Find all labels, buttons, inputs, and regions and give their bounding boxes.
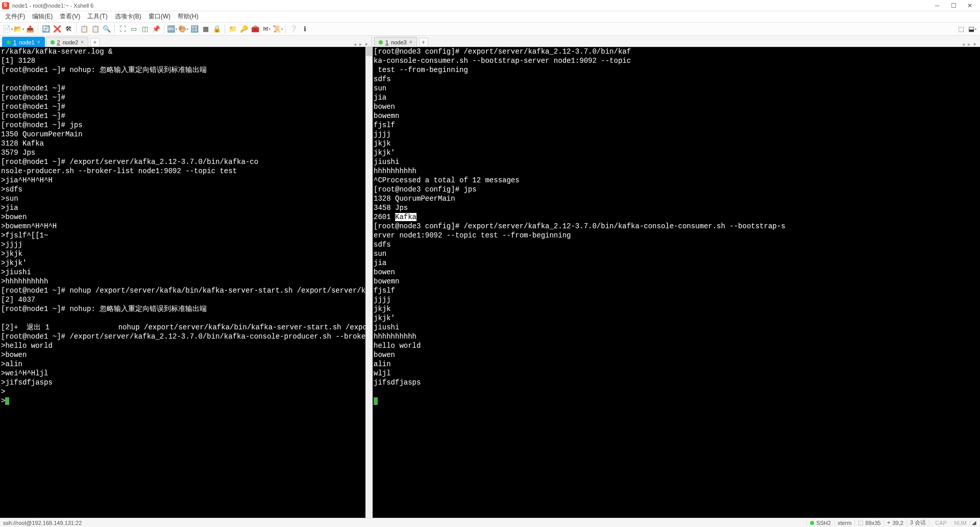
open-button[interactable]: 📂▾ (14, 25, 23, 34)
separator (38, 25, 38, 34)
tab-prev-button[interactable]: ◂ (353, 41, 357, 47)
cursor-icon (5, 397, 9, 405)
menu-tools[interactable]: 工具(T) (84, 11, 110, 22)
useragent-button[interactable]: 🧰 (251, 25, 260, 34)
tab-next-button[interactable]: ▸ (358, 41, 363, 47)
status-connection: ssh://root@192.168.149.131:22 (3, 520, 806, 526)
layout-h-button[interactable]: ⬚ (957, 25, 966, 34)
tab-node3[interactable]: 1 node3 × (374, 37, 417, 47)
menu-help[interactable]: 帮助(H) (175, 11, 202, 22)
resize-grip-icon[interactable]: ◢ (970, 519, 977, 526)
xftp-icon: 📁 (229, 25, 237, 33)
tab-close-icon[interactable]: × (81, 39, 84, 45)
terminal-left[interactable]: r/kafka/kafka-server.log & [1] 3128 [roo… (0, 47, 365, 518)
pin-icon: 📌 (152, 25, 160, 33)
find-button[interactable]: 🔍 (102, 25, 111, 34)
paste-button[interactable]: 📋 (91, 25, 100, 34)
terminal-output: r/kafka/kafka-server.log & [1] 3128 [roo… (1, 47, 365, 405)
font-button[interactable]: 🔤▾ (167, 25, 177, 34)
status-sessions: 3 会话 (906, 519, 929, 526)
menu-view[interactable]: 查看(V) (57, 11, 83, 22)
menu-window[interactable]: 窗口(W) (145, 11, 174, 22)
tabstrip-right: 1 node3 × + ◂ ▸ ▾ (372, 36, 980, 47)
tab-close-icon[interactable]: × (37, 39, 40, 45)
simpleview-icon: ▭ (131, 25, 137, 33)
fullscreen-icon: ⛶ (119, 25, 126, 33)
scrollbar[interactable] (365, 47, 373, 518)
close-button[interactable]: ✕ (962, 1, 978, 10)
hex-button[interactable]: ▦ (201, 25, 210, 34)
about-button[interactable]: ℹ (300, 25, 309, 34)
simpleview-button[interactable]: ▭ (129, 25, 138, 34)
ascii-button[interactable]: 🔡 (190, 25, 199, 34)
color-button[interactable]: 🎨▾ (179, 25, 188, 34)
reconnect-icon: 🔄 (42, 25, 50, 33)
properties-button[interactable]: 🛠 (64, 25, 73, 34)
help-button[interactable]: ❔ (289, 25, 298, 34)
status-dot-icon (7, 40, 11, 44)
transparent-icon: ◫ (142, 25, 148, 33)
lock-button[interactable]: 🔒 (212, 25, 222, 34)
font-icon: 🔤 (167, 25, 175, 33)
hex-icon: ▦ (203, 25, 209, 33)
terminal-output: [root@node3 config]# /export/server/kafk… (374, 47, 631, 221)
separator (285, 25, 286, 34)
transparent-button[interactable]: ◫ (140, 25, 150, 34)
tab-label: node1 (19, 39, 35, 45)
useragent-icon: 🧰 (251, 25, 259, 33)
paste-icon: 📋 (91, 25, 100, 33)
add-tab-button[interactable]: + (90, 38, 100, 47)
terminal-output: [root@node3 config]# /export/server/kafk… (374, 222, 786, 387)
open-icon: 📂 (14, 25, 22, 33)
scrollbar-thumb[interactable] (366, 47, 372, 56)
key-icon: 🔑 (240, 25, 248, 33)
titlebar: node1 - root@node1:~ - Xshell 6 ─ ☐ ✕ (0, 0, 980, 11)
disconnect-button[interactable]: ❌ (53, 25, 62, 34)
new-icon: 📄 (3, 25, 11, 33)
compose-button[interactable]: ✉▾ (262, 25, 271, 34)
copy-icon: 📋 (80, 25, 88, 33)
maximize-button[interactable]: ☐ (945, 1, 962, 10)
status-size: ⬚89x35 (854, 519, 884, 526)
fullscreen-button[interactable]: ⛶ (118, 25, 127, 34)
new-session-button[interactable]: 📄▾ (3, 25, 12, 34)
tab-list-button[interactable]: ▾ (972, 41, 977, 47)
menu-tab[interactable]: 选项卡(B) (112, 11, 144, 22)
tabstrip-row: 1 node1 × 2 node2 × + ◂ ▸ ▾ 1 node3 × + … (0, 36, 980, 47)
tab-close-icon[interactable]: × (409, 39, 412, 45)
copy-button[interactable]: 📋 (80, 25, 89, 34)
tab-node2[interactable]: 2 node2 × (46, 37, 89, 47)
script-button[interactable]: 📜▾ (273, 25, 282, 34)
app-logo-icon (2, 2, 9, 9)
separator (225, 25, 225, 34)
layout-v-button[interactable]: ⬓▾ (968, 25, 977, 34)
ascii-icon: 🔡 (190, 25, 199, 33)
minimize-button[interactable]: ─ (929, 1, 945, 10)
tab-list-button[interactable]: ▾ (364, 41, 369, 47)
tab-next-button[interactable]: ▸ (967, 41, 971, 47)
tab-label: node3 (391, 39, 407, 45)
highlighted-text: Kafka (395, 213, 416, 221)
menu-edit[interactable]: 编辑(E) (29, 11, 56, 22)
tab-node1[interactable]: 1 node1 × (2, 37, 45, 47)
help-icon: ❔ (289, 25, 298, 33)
tab-number: 1 (13, 39, 16, 45)
menu-file[interactable]: 文件(F) (2, 11, 28, 22)
tab-prev-button[interactable]: ◂ (961, 41, 966, 47)
alwaysontop-button[interactable]: 📌 (152, 25, 161, 34)
keygen-button[interactable]: 🔑 (239, 25, 249, 34)
xftp-button[interactable]: 📁 (228, 25, 237, 34)
separator (76, 25, 77, 34)
status-proto-label: SSH2 (816, 520, 831, 526)
send-button[interactable]: 📤 (26, 25, 35, 34)
statusbar: ssh://root@192.168.149.131:22 SSH2 xterm… (0, 518, 980, 527)
status-dot-icon (51, 40, 55, 44)
tabstrip-nav: ◂ ▸ ▾ (353, 41, 372, 47)
tab-number: 1 (385, 39, 388, 45)
add-tab-button[interactable]: + (419, 38, 428, 47)
layout-v-icon: ⬓ (968, 25, 974, 33)
status-pos: ⌖39,2 (884, 519, 906, 526)
terminal-right[interactable]: [root@node3 config]# /export/server/kafk… (373, 47, 980, 518)
reconnect-button[interactable]: 🔄 (41, 25, 51, 34)
status-dot-icon (810, 521, 814, 525)
